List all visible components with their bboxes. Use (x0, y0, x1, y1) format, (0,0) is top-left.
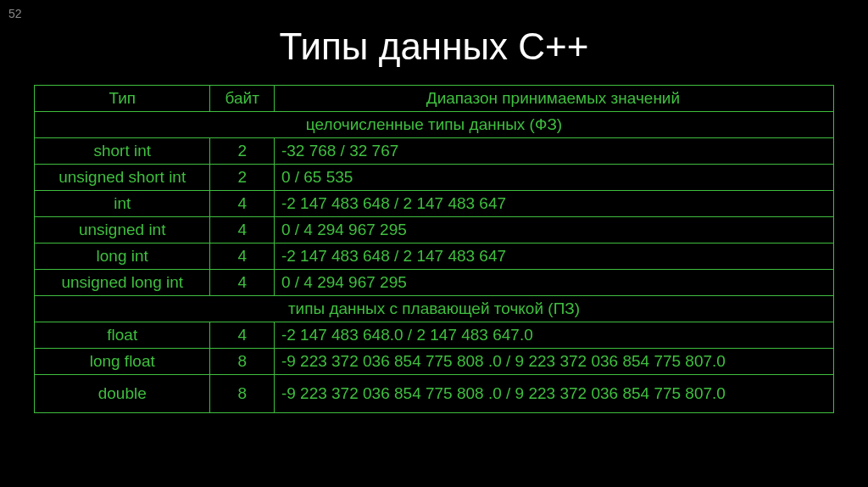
data-types-table: Тип байт Диапазон принимаемых значений ц… (34, 85, 834, 413)
cell-range: 0 / 65 535 (274, 165, 833, 191)
table-row: unsigned int 4 0 / 4 294 967 295 (35, 217, 834, 244)
cell-bytes: 4 (210, 244, 274, 270)
table-header-row: Тип байт Диапазон принимаемых значений (35, 86, 834, 112)
cell-bytes: 2 (210, 165, 274, 191)
cell-bytes: 8 (210, 375, 274, 413)
section-float-label: типы данных с плавающей точкой (ПЗ) (35, 296, 834, 322)
table-row: short int 2 -32 768 / 32 767 (35, 138, 834, 165)
cell-bytes: 8 (210, 349, 274, 375)
header-type: Тип (35, 86, 210, 112)
table-row: long int 4 -2 147 483 648 / 2 147 483 64… (35, 244, 834, 270)
cell-bytes: 4 (210, 322, 274, 349)
table-row: float 4 -2 147 483 648.0 / 2 147 483 647… (35, 322, 834, 349)
page-title: Типы данных С++ (0, 25, 868, 68)
cell-type: unsigned long int (35, 270, 210, 296)
section-integer-row: целочисленные типы данных (ФЗ) (35, 112, 834, 138)
cell-range: -32 768 / 32 767 (274, 138, 833, 165)
cell-type: short int (35, 138, 210, 165)
cell-range: -2 147 483 648 / 2 147 483 647 (274, 244, 833, 270)
cell-type: double (35, 375, 210, 413)
cell-type: unsigned short int (35, 165, 210, 191)
table-container: Тип байт Диапазон принимаемых значений ц… (0, 85, 868, 413)
cell-type: long int (35, 244, 210, 270)
cell-type: int (35, 191, 210, 217)
section-integer-label: целочисленные типы данных (ФЗ) (35, 112, 834, 138)
cell-bytes: 4 (210, 191, 274, 217)
table-row: double 8 -9 223 372 036 854 775 808 .0 /… (35, 375, 834, 413)
cell-range: -2 147 483 648.0 / 2 147 483 647.0 (274, 322, 833, 349)
cell-bytes: 4 (210, 270, 274, 296)
cell-type: float (35, 322, 210, 349)
cell-range: 0 / 4 294 967 295 (274, 217, 833, 244)
header-bytes: байт (210, 86, 274, 112)
cell-range: -9 223 372 036 854 775 808 .0 / 9 223 37… (274, 349, 833, 375)
slide-number: 52 (8, 7, 22, 20)
section-float-row: типы данных с плавающей точкой (ПЗ) (35, 296, 834, 322)
cell-type: unsigned int (35, 217, 210, 244)
table-row: int 4 -2 147 483 648 / 2 147 483 647 (35, 191, 834, 217)
cell-bytes: 2 (210, 138, 274, 165)
cell-type: long float (35, 349, 210, 375)
table-row: unsigned short int 2 0 / 65 535 (35, 165, 834, 191)
header-range: Диапазон принимаемых значений (274, 86, 833, 112)
cell-bytes: 4 (210, 217, 274, 244)
cell-range: -2 147 483 648 / 2 147 483 647 (274, 191, 833, 217)
table-row: long float 8 -9 223 372 036 854 775 808 … (35, 349, 834, 375)
table-row: unsigned long int 4 0 / 4 294 967 295 (35, 270, 834, 296)
cell-range: -9 223 372 036 854 775 808 .0 / 9 223 37… (274, 375, 833, 413)
cell-range: 0 / 4 294 967 295 (274, 270, 833, 296)
